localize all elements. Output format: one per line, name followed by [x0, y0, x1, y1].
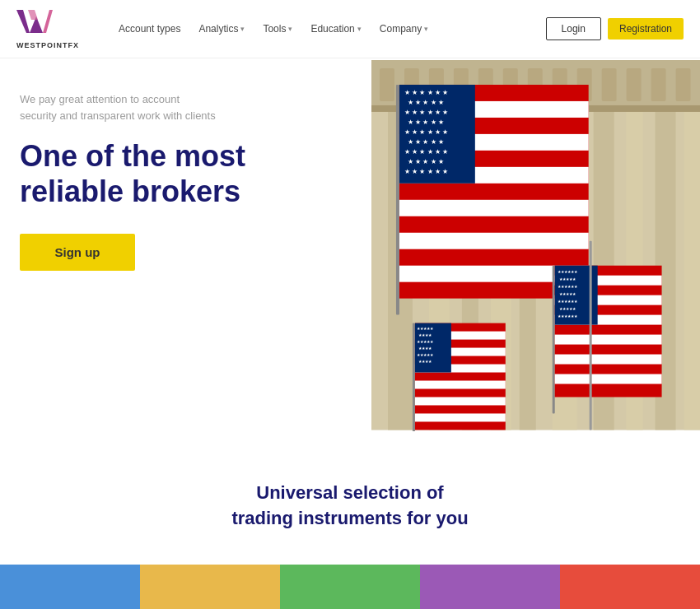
logo-text: WESTPOINTFX — [16, 41, 79, 49]
svg-marker-0 — [16, 10, 30, 33]
chevron-down-icon: ▾ — [288, 25, 292, 33]
svg-text:★★★★: ★★★★ — [418, 332, 432, 337]
strip-item-1 — [0, 565, 140, 609]
strip-item-2 — [140, 565, 280, 609]
svg-rect-56 — [554, 374, 661, 384]
svg-rect-54 — [554, 335, 661, 345]
nav-education[interactable]: Education ▾ — [304, 20, 367, 38]
section-title: Universal selection oftrading instrument… — [16, 481, 684, 532]
svg-text:★★★★: ★★★★ — [418, 346, 432, 351]
svg-rect-15 — [684, 60, 700, 430]
login-button[interactable]: Login — [546, 17, 601, 40]
svg-text:★★★★★★: ★★★★★★ — [557, 299, 577, 304]
svg-text:★ ★ ★ ★ ★: ★ ★ ★ ★ ★ — [407, 138, 443, 146]
svg-rect-71 — [414, 397, 505, 405]
nav-analytics[interactable]: Analytics ▾ — [192, 20, 251, 38]
site-header: WESTPOINTFX Account types Analytics ▾ To… — [0, 0, 700, 58]
chevron-down-icon: ▾ — [424, 25, 428, 33]
hero-subtitle: We pay great attention to account securi… — [20, 91, 217, 123]
svg-text:★ ★ ★ ★ ★ ★: ★ ★ ★ ★ ★ ★ — [404, 168, 447, 175]
svg-text:★★★★★★: ★★★★★★ — [557, 284, 577, 289]
header-buttons: Login Registration — [546, 17, 684, 40]
svg-text:★ ★ ★ ★ ★ ★: ★ ★ ★ ★ ★ ★ — [404, 148, 447, 156]
svg-rect-27 — [601, 68, 616, 101]
svg-text:★★★★★: ★★★★★ — [558, 291, 576, 296]
svg-marker-2 — [43, 10, 53, 33]
svg-rect-72 — [414, 413, 505, 421]
strip-item-5 — [560, 565, 700, 609]
logo-icon — [16, 8, 56, 40]
svg-marker-3 — [28, 10, 38, 20]
svg-rect-70 — [414, 381, 505, 389]
svg-rect-30 — [675, 68, 690, 101]
hero-image: ★ ★ ★ ★ ★ ★ ★ ★ ★ ★ ★ ★ ★ ★ ★ ★ ★ ★ ★ ★ … — [371, 58, 701, 431]
strip-item-3 — [280, 565, 420, 609]
strip-item-4 — [420, 565, 560, 609]
svg-text:★★★★: ★★★★ — [418, 359, 432, 364]
svg-text:★ ★ ★ ★ ★: ★ ★ ★ ★ ★ — [407, 119, 443, 126]
nav-account-types[interactable]: Account types — [112, 20, 187, 38]
svg-text:★★★★★: ★★★★★ — [558, 306, 576, 311]
svg-text:★ ★ ★ ★ ★: ★ ★ ★ ★ ★ — [407, 158, 443, 165]
bottom-strip — [0, 565, 700, 609]
registration-button[interactable]: Registration — [608, 18, 684, 40]
chevron-down-icon: ▾ — [240, 25, 245, 33]
svg-text:★★★★★★: ★★★★★★ — [557, 314, 577, 318]
svg-rect-28 — [626, 68, 641, 101]
svg-rect-31 — [395, 85, 399, 315]
svg-text:★★★★★: ★★★★★ — [416, 326, 433, 331]
nav-tools[interactable]: Tools ▾ — [256, 20, 299, 38]
svg-rect-29 — [651, 68, 665, 101]
nav-company[interactable]: Company ▾ — [373, 20, 435, 38]
svg-text:★★★★★: ★★★★★ — [416, 352, 433, 357]
instruments-section: Universal selection oftrading instrument… — [0, 431, 700, 556]
svg-rect-80 — [589, 241, 591, 430]
svg-rect-49 — [552, 266, 554, 414]
svg-text:★ ★ ★ ★ ★ ★: ★ ★ ★ ★ ★ ★ — [404, 109, 447, 116]
logo-area[interactable]: WESTPOINTFX — [16, 8, 79, 49]
svg-rect-36 — [399, 200, 588, 216]
hero-left: We pay great attention to account securi… — [0, 58, 371, 431]
flag-building-image: ★ ★ ★ ★ ★ ★ ★ ★ ★ ★ ★ ★ ★ ★ ★ ★ ★ ★ ★ ★ … — [371, 58, 701, 431]
svg-text:★★★★★: ★★★★★ — [416, 339, 433, 344]
svg-rect-65 — [412, 323, 414, 432]
hero-section: We pay great attention to account securi… — [0, 58, 700, 431]
signup-button[interactable]: Sign up — [20, 234, 135, 271]
svg-text:★ ★ ★ ★ ★: ★ ★ ★ ★ ★ — [407, 99, 443, 106]
svg-text:★ ★ ★ ★ ★ ★: ★ ★ ★ ★ ★ ★ — [404, 128, 447, 136]
svg-rect-18 — [379, 68, 394, 101]
svg-rect-55 — [554, 355, 661, 365]
svg-text:★★★★★: ★★★★★ — [558, 277, 576, 281]
hero-title: One of the most reliable brokers — [20, 138, 347, 209]
svg-text:★ ★ ★ ★ ★ ★: ★ ★ ★ ★ ★ ★ — [404, 89, 447, 96]
svg-text:★★★★★★: ★★★★★★ — [557, 269, 577, 274]
main-nav: Account types Analytics ▾ Tools ▾ Educat… — [112, 20, 546, 38]
svg-rect-37 — [399, 233, 588, 249]
chevron-down-icon: ▾ — [357, 25, 362, 33]
